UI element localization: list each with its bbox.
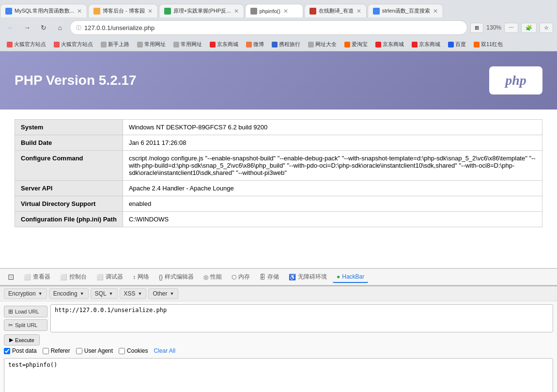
menu-button[interactable]: ⋯	[504, 23, 518, 33]
back-button[interactable]: ←	[4, 21, 17, 34]
devtools-tab-screenshot[interactable]: ⊡	[4, 270, 18, 283]
bookmark-firefox1[interactable]: 火狐官方站点	[4, 40, 49, 49]
referer-checkbox[interactable]: Referer	[43, 347, 70, 354]
refresh-button[interactable]: ↻	[37, 21, 50, 34]
encryption-label: Encryption	[8, 290, 36, 297]
bookmark-button[interactable]: ☆	[540, 23, 553, 33]
bookmark-newuser[interactable]: 新手上路	[98, 40, 132, 49]
load-url-button[interactable]: ⊞ Load URL	[4, 306, 47, 317]
split-url-button[interactable]: ✂ Split URL	[4, 319, 47, 331]
split-url-icon: ✂	[8, 322, 13, 329]
bookmark-icon-firefox1	[7, 42, 13, 47]
tab-mysql[interactable]: MySQL常用内置函数数... ✕	[0, 4, 87, 17]
tab-bar: MySQL常用内置函数数... ✕ 博客后台 - 博客园 ✕ 原理+实践掌握(P…	[0, 0, 557, 17]
devtools-tab-performance[interactable]: ◎ 性能	[200, 271, 226, 283]
tab-strlen[interactable]: strlen函数_百度搜索 ✕	[368, 4, 443, 17]
user-agent-input[interactable]	[76, 348, 82, 354]
hackbar-postdata-input[interactable]	[4, 358, 553, 392]
bookmark-ctrip[interactable]: 携程旅行	[269, 40, 303, 49]
bookmark-label-baidu: 百度	[455, 41, 466, 48]
devtools-tab-console[interactable]: ⬜ 控制台	[56, 271, 91, 283]
cookies-checkbox[interactable]: Cookies	[119, 347, 148, 354]
bookmark-jd2[interactable]: 京东商城	[372, 40, 407, 49]
hackbar-side-buttons: ⊞ Load URL ✂ Split URL	[4, 306, 47, 331]
devtools-tab-network[interactable]: ↕ 网络	[129, 271, 153, 283]
bookmark-label-common1: 常用网址	[144, 41, 166, 48]
tab-close-php[interactable]: ✕	[234, 8, 239, 15]
tab-icon-php	[164, 8, 171, 15]
php-table-row: Build DateJan 6 2011 17:26:08	[15, 135, 542, 151]
devtools-tab-memory[interactable]: ⬡ 内存	[228, 271, 254, 283]
hackbar-other-menu[interactable]: Other ▼	[148, 288, 178, 299]
tab-phpinfo[interactable]: phpinfo() ✕	[245, 4, 303, 17]
bookmark-common2[interactable]: 常用网址	[170, 40, 205, 49]
bookmark-common1[interactable]: 常用网址	[134, 40, 169, 49]
sql-label: SQL	[95, 290, 107, 297]
tab-close-phpinfo[interactable]: ✕	[283, 8, 288, 15]
cookies-input[interactable]	[119, 348, 125, 354]
bookmark-jd3[interactable]: 京东商城	[409, 40, 443, 49]
inspector-label: 查看器	[33, 273, 50, 281]
devtools-tab-storage[interactable]: 🗄 存储	[256, 271, 283, 283]
forward-button[interactable]: →	[20, 21, 34, 34]
bookmark-nav[interactable]: 网址大全	[305, 40, 340, 49]
hackbar-url-input[interactable]	[50, 304, 553, 332]
devtools-tab-style[interactable]: {} 样式编辑器	[155, 271, 198, 283]
clear-all-link[interactable]: Clear All	[154, 347, 175, 354]
bookmark-jd[interactable]: 京东商城	[207, 40, 241, 49]
bookmark-label-jd3: 京东商城	[419, 41, 440, 48]
bookmarks-bar: 火狐官方站点 火狐官方站点 新手上路 常用网址 常用网址 京东商城 微博 携程	[0, 38, 557, 51]
inspector-icon: ⬜	[24, 274, 31, 281]
bookmark-weibo[interactable]: 微博	[243, 40, 267, 49]
url-bar[interactable]: ⓘ 127.0.0.1/unserialize.php	[70, 20, 467, 35]
extensions-mgr-button[interactable]: 🧩	[521, 23, 537, 33]
encoding-label: Encoding	[53, 290, 77, 297]
tab-blog[interactable]: 博客后台 - 博客园 ✕	[88, 4, 158, 17]
home-button[interactable]: ⌂	[53, 21, 67, 34]
devtools-tab-hackbar[interactable]: ● HackBar	[333, 271, 368, 283]
bookmark-label-firefox1: 火狐官方站点	[14, 41, 46, 48]
extensions-button[interactable]: ⊞	[470, 23, 483, 33]
tab-close-youdao[interactable]: ✕	[356, 8, 361, 15]
php-table-row: SystemWindows NT DESKTOP-89GFCS7 6.2 bui…	[15, 120, 542, 135]
sql-arrow-icon: ▼	[109, 291, 113, 296]
devtools-tab-inspector[interactable]: ⬜ 查看器	[20, 271, 54, 283]
hackbar-encryption-menu[interactable]: Encryption ▼	[4, 288, 47, 299]
accessibility-label: 无障碍环境	[298, 273, 327, 281]
tab-close-strlen[interactable]: ✕	[433, 8, 438, 15]
bookmark-icon-jd2	[375, 42, 381, 47]
user-agent-checkbox[interactable]: User Agent	[76, 347, 113, 354]
cookies-label: Cookies	[127, 347, 148, 354]
encoding-arrow-icon: ▼	[80, 291, 84, 296]
execute-button[interactable]: ▶ Execute	[4, 334, 40, 345]
zoom-level: 130%	[486, 24, 501, 31]
tab-icon-blog	[93, 8, 100, 15]
bookmark-baidu[interactable]: 百度	[445, 40, 469, 49]
hackbar-encoding-menu[interactable]: Encoding ▼	[49, 288, 89, 299]
hackbar-url-row: ⊞ Load URL ✂ Split URL	[4, 304, 553, 332]
php-table-key: Server API	[15, 181, 123, 196]
bookmark-label-nav: 网址大全	[315, 41, 337, 48]
hackbar-xss-menu[interactable]: XSS ▼	[120, 288, 147, 299]
devtools-tab-accessibility[interactable]: ♿ 无障碍环境	[285, 271, 331, 283]
php-info-table: SystemWindows NT DESKTOP-89GFCS7 6.2 bui…	[15, 119, 542, 227]
bookmark-double11[interactable]: 双11红包	[471, 40, 506, 49]
tab-close-blog[interactable]: ✕	[148, 8, 153, 15]
referer-input[interactable]	[43, 348, 49, 354]
debugger-icon: ⬜	[96, 274, 104, 281]
post-data-checkbox[interactable]: Post data	[4, 347, 37, 354]
post-data-input[interactable]	[4, 348, 10, 354]
devtools-tab-debugger[interactable]: ⬜ 调试器	[93, 271, 127, 283]
browser-page: PHP Version 5.2.17 php SystemWindows NT …	[0, 51, 557, 268]
tab-close-mysql[interactable]: ✕	[77, 8, 82, 15]
bookmark-label-jd: 京东商城	[217, 41, 238, 48]
tab-youdao[interactable]: 在线翻译_有道 ✕	[304, 4, 367, 17]
bookmark-taobao[interactable]: 爱淘宝	[341, 40, 371, 49]
bookmark-firefox2[interactable]: 火狐官方站点	[51, 40, 96, 49]
tab-icon-mysql	[5, 8, 12, 15]
load-url-label: Load URL	[15, 309, 39, 314]
console-label: 控制台	[69, 273, 87, 281]
php-table-value: Windows NT DESKTOP-89GFCS7 6.2 build 920…	[123, 120, 542, 135]
hackbar-sql-menu[interactable]: SQL ▼	[91, 288, 118, 299]
tab-php[interactable]: 原理+实践掌握(PHP反... ✕	[159, 4, 244, 17]
